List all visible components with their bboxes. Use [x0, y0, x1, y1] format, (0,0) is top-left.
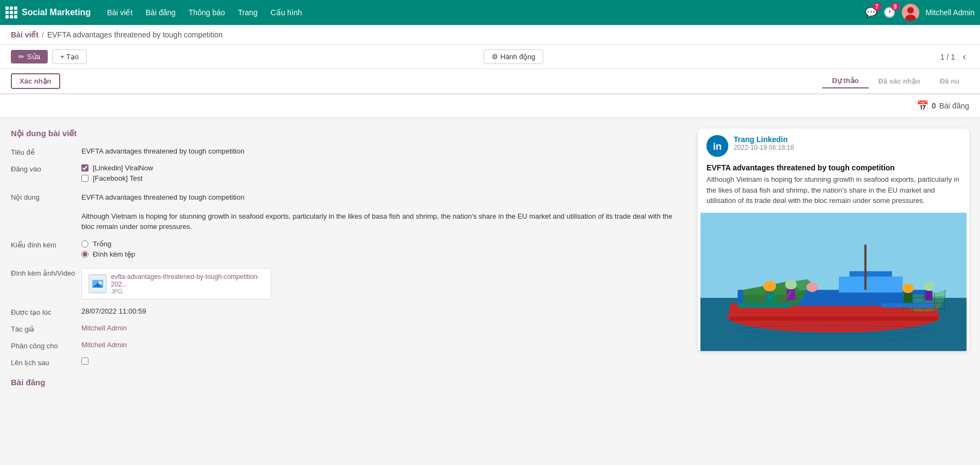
label-tac-gia: Tác giả — [11, 324, 81, 333]
form-row-kieu-dinh-kem: Kiểu đính kèm Trống Đính kèm tệp — [11, 240, 687, 260]
svg-point-31 — [806, 282, 818, 292]
phan-cong-link[interactable]: Mitchell Admin — [81, 341, 127, 349]
radio-trong-label: Trống — [93, 240, 111, 248]
menu-bai-dang[interactable]: Bài đăng — [140, 6, 181, 19]
form-row-tac-gia: Tác giả Mitchell Admin — [11, 324, 687, 333]
preview-body: EVFTA advantages threatened by tough com… — [698, 163, 969, 213]
toolbar-center: ⚙ Hành động — [91, 49, 936, 64]
linkedin-avatar: in — [707, 135, 728, 157]
file-ext: JPG — [111, 288, 265, 295]
status-draft[interactable]: Dự thảo — [822, 74, 868, 88]
svg-rect-43 — [881, 303, 934, 307]
svg-rect-32 — [808, 292, 817, 303]
label-phan-cong: Phân công cho — [11, 341, 81, 350]
preview-card: in Trang Linkedin 2022-10-19 06:18:18 EV… — [698, 129, 969, 351]
edit-button[interactable]: ✏ Sửa — [11, 50, 48, 63]
svg-rect-34 — [903, 293, 912, 303]
preview-page-info: Trang Linkedin 2022-10-19 06:18:18 — [734, 135, 794, 151]
posts-count: 0 — [932, 101, 936, 110]
label-tao-luc: Được tạo lúc — [11, 307, 81, 316]
svg-point-29 — [785, 279, 797, 289]
radio-dinh-kem-tep[interactable]: Đính kèm tệp — [81, 250, 687, 258]
chat-badge: 7 — [873, 3, 881, 10]
checkbox-facebook-input[interactable] — [81, 175, 88, 182]
radio-trong-input[interactable] — [81, 240, 88, 247]
svg-rect-15 — [839, 276, 903, 292]
posts-stat: 📅 0 Bài đăng — [917, 100, 969, 112]
file-thumbnail — [88, 274, 107, 294]
breadcrumb-parent[interactable]: Bài viết — [11, 30, 39, 39]
prev-record-button[interactable]: ‹ — [959, 50, 969, 63]
breadcrumb-current: EVFTA advantages threatened by tough com… — [47, 30, 223, 39]
checkbox-linkedin-label: [Linkedin] ViralNow — [93, 164, 153, 172]
status-confirmed[interactable]: Đã xác nhận — [869, 74, 930, 88]
value-len-lich — [81, 358, 687, 367]
preview-text: Although Vietnam is hoping for stunning … — [707, 174, 960, 206]
bai-dang-section: Bài đăng — [11, 378, 687, 387]
label-dang-vao: Đăng vào — [11, 164, 81, 184]
confirm-button[interactable]: Xác nhận — [11, 73, 60, 89]
form-row-dinh-kem: Đính kèm ảnh/Video evfta-advantages-thre… — [11, 268, 687, 300]
len-lich-checkbox[interactable] — [81, 358, 88, 365]
menu-bai-viet[interactable]: Bài viết — [101, 6, 138, 19]
top-navigation: Social Marketing Bài viết Bài đăng Thông… — [0, 0, 980, 25]
noi-dung-body: Although Vietnam is hoping for stunning … — [81, 211, 687, 232]
preview-date: 2022-10-19 06:18:18 — [734, 144, 794, 151]
right-panel: in Trang Linkedin 2022-10-19 06:18:18 EV… — [698, 129, 969, 463]
svg-point-6 — [99, 281, 102, 284]
svg-text:in: in — [713, 141, 722, 152]
nav-menu: Bài viết Bài đăng Thông báo Trang Cấu hì… — [101, 6, 307, 19]
value-dinh-kem: evfta-advantages-threatened-by-tough-com… — [81, 268, 687, 300]
section-noi-dung: Nội dung bài viết — [11, 129, 687, 138]
noi-dung-title: EVFTA advantages threatened by tough com… — [81, 192, 687, 203]
file-name: evfta-advantages-threatened-by-tough-com… — [111, 273, 265, 288]
action-button-label: ⚙ Hành động — [492, 53, 535, 61]
form-row-tao-luc: Được tạo lúc 28/07/2022 11:00:59 — [11, 307, 687, 316]
create-button[interactable]: + Tạo — [52, 49, 87, 64]
form-row-tieu-de: Tiêu đề EVFTA advantages threatened by t… — [11, 147, 687, 156]
main-content: Nội dung bài viết Tiêu đề EVFTA advantag… — [0, 118, 980, 465]
label-tieu-de: Tiêu đề — [11, 147, 81, 156]
app-brand[interactable]: Social Marketing — [5, 7, 91, 18]
menu-cau-hinh[interactable]: Cấu hình — [265, 6, 308, 19]
breadcrumb: Bài viết / EVFTA advantages threatened b… — [0, 25, 980, 45]
label-len-lich: Lên lịch sau — [11, 358, 81, 367]
radio-dinh-kem-tep-label: Đính kèm tệp — [93, 250, 135, 258]
pencil-icon: ✏ — [18, 53, 24, 61]
value-tieu-de: EVFTA advantages threatened by tough com… — [81, 147, 687, 156]
svg-point-33 — [902, 283, 914, 293]
checkbox-facebook[interactable]: [Facebook] Test — [81, 174, 687, 182]
apps-icon[interactable] — [5, 7, 17, 18]
status-posted[interactable]: Đã nu — [930, 74, 969, 88]
preview-page-name: Trang Linkedin — [734, 135, 794, 144]
checkbox-linkedin-input[interactable] — [81, 164, 88, 171]
stats-bar: 📅 0 Bài đăng — [0, 94, 980, 118]
label-noi-dung: Nội dung — [11, 192, 81, 232]
svg-point-27 — [763, 281, 777, 291]
form-row-phan-cong: Phân công cho Mitchell Admin — [11, 341, 687, 350]
menu-thong-bao[interactable]: Thông báo — [183, 6, 231, 19]
bai-dang-title: Bài đăng — [11, 378, 687, 387]
form-row-noi-dung: Nội dung EVFTA advantages threatened by … — [11, 192, 687, 232]
chat-button[interactable]: 💬 7 — [865, 7, 877, 18]
file-attachment[interactable]: evfta-advantages-threatened-by-tough-com… — [81, 268, 271, 300]
tac-gia-link[interactable]: Mitchell Admin — [81, 324, 127, 332]
calendar-icon: 📅 — [917, 100, 928, 112]
svg-rect-28 — [765, 291, 774, 302]
posts-label: Bài đăng — [939, 101, 969, 110]
radio-trong[interactable]: Trống — [81, 240, 687, 248]
checkbox-linkedin[interactable]: [Linkedin] ViralNow — [81, 164, 687, 172]
pagination-label: 1 / 1 — [940, 53, 955, 61]
activity-badge: 9 — [891, 3, 900, 10]
value-tac-gia: Mitchell Admin — [81, 324, 687, 333]
radio-dinh-kem-tep-input[interactable] — [81, 251, 88, 258]
left-panel: Nội dung bài viết Tiêu đề EVFTA advantag… — [11, 129, 687, 463]
menu-trang[interactable]: Trang — [233, 6, 263, 19]
user-name[interactable]: Mitchell Admin — [926, 8, 975, 17]
value-phan-cong: Mitchell Admin — [81, 341, 687, 350]
activity-button[interactable]: 🕐 9 — [883, 7, 895, 18]
user-avatar[interactable] — [902, 4, 919, 21]
action-button[interactable]: ⚙ Hành động — [483, 49, 543, 64]
app-name: Social Marketing — [22, 8, 91, 17]
value-noi-dung: EVFTA advantages threatened by tough com… — [81, 192, 687, 232]
